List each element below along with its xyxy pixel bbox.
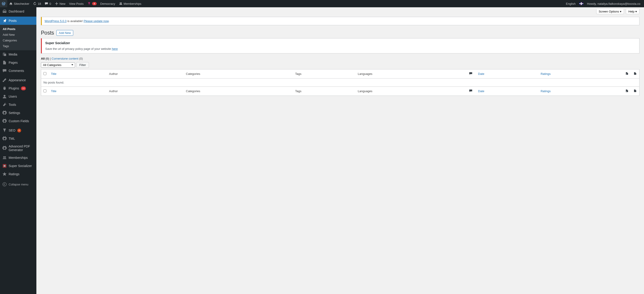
yoast-icon bbox=[87, 2, 91, 6]
democracy-link[interactable]: Democracy bbox=[98, 0, 117, 7]
no-items-row: No posts found. bbox=[41, 79, 640, 87]
col-author-foot: Author bbox=[107, 87, 184, 96]
updates-count: 18 bbox=[38, 2, 41, 6]
col-title[interactable]: Title bbox=[51, 72, 56, 76]
export-icon bbox=[625, 89, 629, 93]
add-new-button[interactable]: Add New bbox=[56, 30, 74, 36]
page-title: Posts bbox=[41, 30, 54, 36]
update-now-link[interactable]: Please update now bbox=[84, 19, 109, 23]
my-account[interactable]: Howdy, nataliya.fialkovskaya@boosta.co bbox=[585, 0, 642, 7]
caret-down-icon: ▾ bbox=[635, 10, 637, 13]
flag[interactable] bbox=[577, 0, 585, 7]
menu-comments[interactable]: Comments bbox=[0, 67, 36, 75]
col-export1[interactable] bbox=[623, 69, 631, 79]
filter-cornerstone[interactable]: Cornerstone content bbox=[52, 57, 78, 60]
submenu-all-posts[interactable]: All Posts bbox=[0, 26, 36, 32]
admin-sidebar: Dashboard Posts All Posts Add New Catego… bbox=[0, 7, 36, 96]
comment-icon bbox=[469, 72, 472, 75]
admin-bar: Sitechecker 18 0 New View Posts 4 Democr… bbox=[0, 0, 644, 7]
col-date[interactable]: Date bbox=[478, 72, 484, 76]
help-button[interactable]: Help ▾ bbox=[626, 9, 640, 14]
comments-count: 0 bbox=[49, 2, 51, 6]
svg-point-2 bbox=[4, 95, 6, 96]
wp-logo[interactable] bbox=[0, 0, 7, 7]
menu-appearance[interactable]: Appearance bbox=[0, 76, 36, 84]
menu-plugins[interactable]: Plugins 13 bbox=[0, 84, 36, 92]
filter-all[interactable]: All (0) bbox=[41, 57, 49, 60]
pin-icon bbox=[2, 19, 7, 23]
plugins-badge: 13 bbox=[21, 87, 26, 90]
submenu-add-new[interactable]: Add New bbox=[0, 32, 36, 38]
new-label: New bbox=[60, 2, 66, 6]
posts-submenu: All Posts Add New Categories Tags bbox=[0, 25, 36, 50]
notice-here-link[interactable]: here bbox=[112, 47, 118, 51]
col-categories: Categories bbox=[184, 69, 293, 79]
filter-button[interactable]: Filter bbox=[76, 62, 89, 68]
col-ratings[interactable]: Ratings bbox=[540, 72, 550, 76]
comment-icon bbox=[469, 89, 472, 93]
submenu-categories[interactable]: Categories bbox=[0, 38, 36, 43]
col-comments-foot[interactable] bbox=[467, 87, 476, 96]
comment-icon bbox=[44, 2, 48, 6]
language-switch[interactable]: English bbox=[564, 0, 578, 7]
posts-table: Title Author Categories Tags Languages D… bbox=[41, 69, 640, 96]
col-author: Author bbox=[107, 69, 184, 79]
svg-point-0 bbox=[120, 3, 121, 4]
col-tags-foot: Tags bbox=[293, 87, 356, 96]
plugin-icon bbox=[2, 86, 7, 91]
update-icon bbox=[33, 2, 36, 6]
menu-users[interactable]: Users bbox=[0, 92, 36, 96]
menu-dashboard[interactable]: Dashboard bbox=[0, 7, 36, 16]
page-icon bbox=[2, 60, 7, 65]
comments-bubble[interactable]: 0 bbox=[43, 0, 53, 7]
media-icon bbox=[2, 52, 7, 57]
col-comments[interactable] bbox=[467, 69, 476, 79]
socializer-notice: Super Socializer Save the url of privacy… bbox=[41, 38, 640, 54]
submenu-tags[interactable]: Tags bbox=[0, 43, 36, 49]
wp-version-link[interactable]: WordPress 5.0.3 bbox=[44, 19, 67, 23]
category-select[interactable]: All Categories bbox=[41, 62, 75, 68]
import-icon bbox=[633, 72, 637, 75]
wordpress-icon bbox=[2, 2, 6, 6]
menu-posts[interactable]: Posts bbox=[0, 17, 36, 25]
brush-icon bbox=[2, 78, 7, 82]
post-filters: All (0) | Cornerstone content (0) bbox=[41, 57, 640, 60]
menu-media[interactable]: Media bbox=[0, 50, 36, 59]
update-notice: WordPress 5.0.3 is available! Please upd… bbox=[41, 17, 640, 25]
home-icon bbox=[9, 2, 13, 6]
menu-pages[interactable]: Pages bbox=[0, 59, 36, 67]
col-languages-foot: Languages bbox=[356, 87, 467, 96]
yoast[interactable]: 4 bbox=[86, 0, 98, 7]
select-all-top[interactable] bbox=[44, 72, 46, 75]
caret-down-icon: ▾ bbox=[620, 10, 622, 13]
export-icon bbox=[625, 72, 629, 75]
plus-icon bbox=[55, 2, 58, 6]
col-date-foot[interactable]: Date bbox=[478, 89, 484, 93]
col-categories-foot: Categories bbox=[184, 87, 293, 96]
col-ratings-foot[interactable]: Ratings bbox=[540, 89, 550, 93]
site-name[interactable]: Sitechecker bbox=[7, 0, 31, 7]
groups-icon bbox=[119, 2, 122, 6]
site-name-label: Sitechecker bbox=[14, 2, 29, 6]
view-posts[interactable]: View Posts bbox=[67, 0, 86, 7]
user-icon bbox=[2, 94, 7, 96]
col-export2-foot[interactable] bbox=[631, 87, 640, 96]
col-tags: Tags bbox=[293, 69, 356, 79]
content-area: Screen Options ▾ Help ▾ WordPress 5.0.3 … bbox=[36, 7, 644, 96]
dashboard-icon bbox=[2, 9, 7, 14]
select-all-bottom[interactable] bbox=[44, 89, 46, 92]
col-export1-foot[interactable] bbox=[623, 87, 631, 96]
svg-point-1 bbox=[121, 3, 122, 4]
col-export2[interactable] bbox=[631, 69, 640, 79]
import-icon bbox=[633, 89, 637, 93]
memberships-link[interactable]: Memberships bbox=[117, 0, 143, 7]
col-languages: Languages bbox=[356, 69, 467, 79]
uk-flag-icon bbox=[579, 2, 583, 5]
yoast-badge: 4 bbox=[92, 2, 97, 5]
comment-icon bbox=[2, 69, 7, 73]
new-content[interactable]: New bbox=[53, 0, 67, 7]
updates[interactable]: 18 bbox=[31, 0, 43, 7]
col-title-foot[interactable]: Title bbox=[51, 89, 56, 93]
screen-options-button[interactable]: Screen Options ▾ bbox=[596, 9, 624, 14]
notice-title: Super Socializer bbox=[45, 41, 636, 45]
